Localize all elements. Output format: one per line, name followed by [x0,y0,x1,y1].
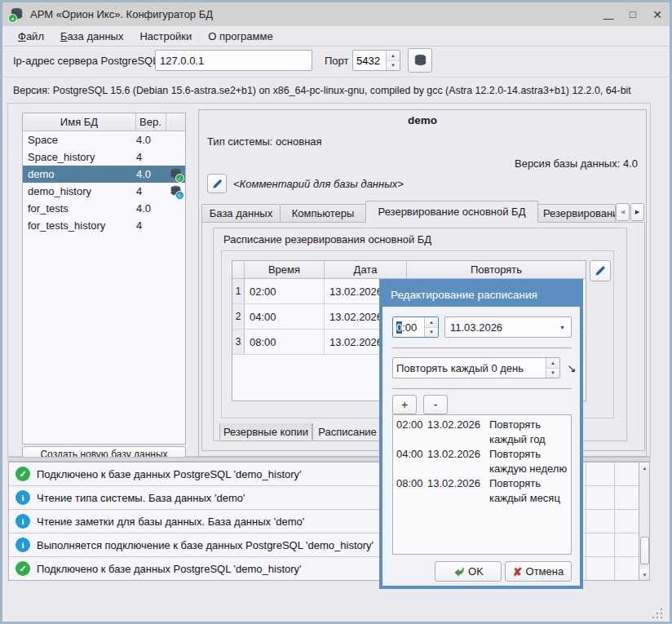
tab-main-db-backup[interactable]: Резервирование основной БД [365,201,538,223]
postgres-version-text: Версия: PostgreSQL 15.6 (Debian 15.6-ast… [13,80,631,101]
spin-up-icon[interactable]: ▲ [546,358,559,369]
edit-comment-button[interactable] [207,174,227,193]
cancel-x-icon: ✘ [513,565,523,578]
scroll-up-button[interactable]: ▲ [639,462,650,473]
menu-file[interactable]: Файл [10,26,52,46]
database-list-header: Имя БД Вер. [23,113,185,131]
remove-schedule-button[interactable]: - [423,395,448,414]
column-header-time[interactable]: Время [245,261,325,278]
log-column-divider [586,462,586,580]
add-schedule-button[interactable]: + [392,395,417,414]
scroll-down-button[interactable]: ▼ [639,569,650,580]
window-title: АРМ «Орион Икс». Конфигуратор БД [30,8,213,20]
menu-bar: Файл База данных Настройки О программе [2,26,670,46]
tab-scroll-left-button[interactable]: ◀ [616,203,630,221]
tab-bar: База данных Компьютеры Резервирование ос… [201,201,615,223]
resize-grip[interactable] [652,609,664,620]
maximize-icon: □ [630,8,636,20]
ip-label: Ip-адрес сервера PostgreSQL [13,51,158,72]
chevron-right-icon: ▶ [635,209,639,215]
db-row-space-history[interactable]: Space_history4 [23,148,185,166]
column-header-name[interactable]: Имя БД [23,113,136,131]
port-label: Порт [325,51,348,72]
schedule-items-list: 02:0013.02.2026Повторять каждый год 04:0… [392,414,572,555]
chevron-left-icon: ◀ [621,209,625,215]
menu-about[interactable]: О программе [200,26,281,46]
menu-database[interactable]: База данных [52,26,131,46]
log-scrollbar[interactable]: ▲ ▼ [639,462,650,580]
pencil-icon [594,264,607,277]
ok-button[interactable]: OK [435,561,502,582]
port-spinner[interactable]: ▲ ▼ [352,50,400,71]
bottom-tab-backups[interactable]: Резервные копии [219,423,312,441]
column-header-repeat[interactable]: Повторять [407,261,586,278]
edit-schedule-button[interactable] [590,260,611,281]
spin-down-icon[interactable]: ▼ [387,61,400,71]
window-controls: — □ ✕ [596,2,670,26]
info-icon: i [15,490,30,505]
spin-down-icon[interactable]: ▼ [546,369,559,378]
connect-database-button[interactable] [408,48,432,73]
close-button[interactable]: ✕ [645,2,670,26]
minimize-icon: — [603,12,614,24]
edit-schedule-dialog: Редактирование расписания 0:00 ▲ ▼ 11.03… [379,279,583,589]
column-header-date[interactable]: Дата [325,261,407,278]
repeat-spinner[interactable]: Повторять каждый 0 день ▲ ▼ [392,357,560,378]
arrow-up-icon: ▲ [643,466,648,471]
db-row-demo[interactable]: demo4.0 ✓ [23,166,185,183]
db-row-demo-history[interactable]: demo_history4 ↻ [23,183,185,200]
system-type-text: Тип системы: основная [207,135,322,148]
info-icon: i [15,514,30,529]
schedule-group-title: Расписание резервирования основной БД [223,233,431,246]
spin-up-icon[interactable]: ▲ [387,51,400,61]
db-row-for-tests-history[interactable]: for_tests_history4 [23,217,185,234]
minimize-button[interactable]: — [596,2,621,26]
database-version-text: Версия базы данных: 4.0 [515,157,638,170]
port-input[interactable] [353,51,386,70]
date-combobox[interactable]: 11.03.2026 ▼ [444,316,572,338]
spin-up-icon[interactable]: ▲ [425,317,438,328]
database-icon [413,54,427,68]
app-window: ● АРМ «Орион Икс». Конфигуратор БД — □ ✕… [0,0,672,624]
column-header-version[interactable]: Вер. [136,113,166,131]
divider [392,347,572,348]
tab-computers[interactable]: Компьютеры [280,204,366,223]
time-spinner[interactable]: 0:00 ▲ ▼ [392,316,439,338]
database-history-icon: ↻ [170,185,183,198]
database-connected-icon: ✓ [170,168,183,181]
ip-input[interactable] [155,50,312,71]
cancel-button[interactable]: ✘ Отмена [505,561,572,582]
arrow-down-right-icon: ↘ [568,362,577,374]
success-icon: ✓ [15,561,30,576]
database-name-heading: demo [199,114,646,126]
schedule-list-item[interactable]: 08:0013.02.2026Повторять каждый месяц [396,476,571,506]
dialog-title: Редактирование расписания [382,282,580,307]
schedule-list-item[interactable]: 04:0013.02.2026Повторять каждую неделю [396,447,571,476]
divider [0,77,672,77]
comment-placeholder-text: <Комментарий для базы данных> [233,178,404,190]
tab-db-backup[interactable]: Резервирование БД [537,204,616,223]
arrow-down-icon: ▼ [643,573,648,578]
scrollbar-thumb[interactable] [640,537,649,564]
divider [392,388,572,389]
app-database-icon: ● [10,7,24,21]
tab-database[interactable]: База данных [201,204,281,223]
schedule-header: Время Дата Повторять [232,261,586,279]
success-icon: ✓ [15,467,30,481]
spin-down-icon[interactable]: ▼ [425,328,438,338]
expand-repeat-button[interactable]: ↘ [564,359,580,377]
tab-scroll-right-button[interactable]: ▶ [630,203,644,221]
pencil-icon [211,178,223,190]
db-row-space[interactable]: Space4.0 [23,131,185,148]
db-row-for-tests[interactable]: for_tests4.0 [23,200,185,217]
bottom-tab-schedule[interactable]: Расписание [312,423,382,441]
status-dot-icon: ● [8,14,17,23]
info-icon: i [15,538,30,552]
maximize-button[interactable]: □ [621,2,645,26]
ok-arrow-icon [453,565,465,578]
chevron-down-icon: ▼ [559,325,571,330]
title-bar: ● АРМ «Орион Икс». Конфигуратор БД — □ ✕ [2,2,670,27]
schedule-list-item[interactable]: 02:0013.02.2026Повторять каждый год [396,418,571,447]
menu-settings[interactable]: Настройки [131,26,200,46]
log-column-divider [614,462,615,580]
